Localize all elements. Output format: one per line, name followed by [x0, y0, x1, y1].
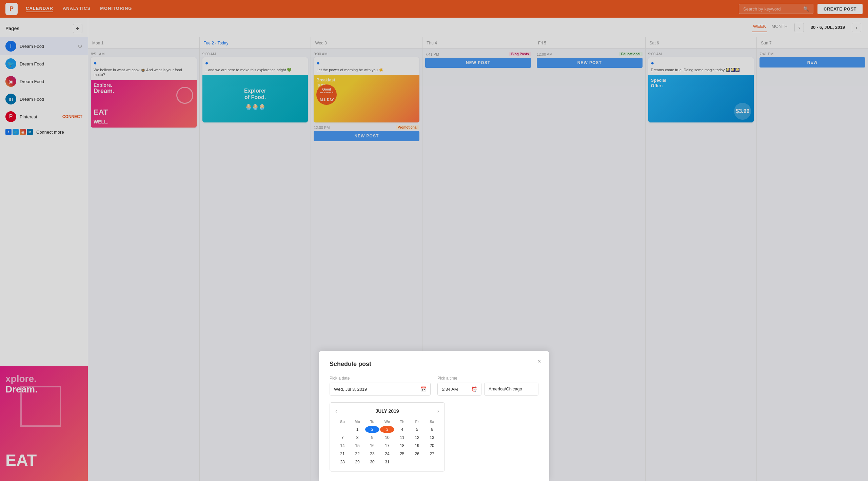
mini-cal-cell[interactable]: 27 [425, 450, 439, 458]
mini-cal-cell[interactable]: 17 [380, 442, 394, 449]
modal-datetime-row: Pick a date Wed, Jul 3, 2019 📅 Pick a ti… [330, 376, 538, 396]
mini-cal-next[interactable]: › [437, 408, 439, 414]
mini-cal-cell[interactable]: 29 [350, 458, 364, 466]
time-input[interactable]: 5:34 AM ⏰ [437, 383, 481, 396]
mini-cal-cell[interactable]: 16 [365, 442, 379, 449]
mini-cal-cell[interactable]: 25 [395, 450, 409, 458]
mini-cal-cell[interactable]: 6 [425, 426, 439, 433]
date-field: Pick a date Wed, Jul 3, 2019 📅 [330, 376, 431, 396]
mini-cal-cell [335, 426, 350, 433]
mini-cal-cell[interactable]: 12 [410, 434, 424, 441]
mini-cal-cell[interactable]: 21 [335, 450, 350, 458]
mini-cal-cell[interactable]: 30 [365, 458, 379, 466]
time-timezone-row: 5:34 AM ⏰ America/Chicago [437, 383, 538, 396]
mini-cal-cell[interactable]: 31 [380, 458, 394, 466]
mini-cal-day-header: Sa [425, 418, 439, 425]
mini-cal-cell[interactable]: 5 [410, 426, 424, 433]
mini-cal-cell [395, 458, 409, 466]
mini-cal-cell[interactable]: 10 [380, 434, 394, 441]
mini-cal-cell[interactable]: 20 [425, 442, 439, 449]
mini-cal-cell[interactable]: 28 [335, 458, 350, 466]
clock-icon: ⏰ [471, 386, 477, 392]
schedule-post-modal: Schedule post × Pick a date Wed, Jul 3, … [319, 351, 549, 481]
mini-cal-prev[interactable]: ‹ [335, 408, 337, 414]
mini-cal-header: ‹ JULY 2019 › [335, 408, 439, 414]
mini-cal-cell[interactable]: 11 [395, 434, 409, 441]
time-value: 5:34 AM [442, 387, 458, 392]
timezone-input[interactable]: America/Chicago [484, 383, 538, 396]
mini-cal-cell [410, 458, 424, 466]
mini-cal-cell[interactable]: 4 [395, 426, 409, 433]
mini-cal-cell[interactable]: 3 [380, 426, 394, 433]
mini-cal-day-header: Th [395, 418, 409, 425]
mini-cal-day-header: Fr [410, 418, 424, 425]
mini-cal-cell[interactable]: 14 [335, 442, 350, 449]
modal-overlay: Schedule post × Pick a date Wed, Jul 3, … [0, 0, 868, 481]
date-label: Pick a date [330, 376, 431, 381]
mini-cal-title: JULY 2019 [375, 408, 399, 414]
time-label: Pick a time [437, 376, 538, 381]
mini-cal-cell[interactable]: 23 [365, 450, 379, 458]
mini-cal-cell[interactable]: 26 [410, 450, 424, 458]
mini-cal-day-header: Mo [350, 418, 364, 425]
modal-close-button[interactable]: × [537, 358, 541, 365]
mini-cal-cell[interactable]: 9 [365, 434, 379, 441]
mini-calendar: ‹ JULY 2019 › SuMoTuWeThFrSa123456789101… [330, 402, 445, 472]
mini-cal-cell [425, 458, 439, 466]
mini-cal-day-header: Tu [365, 418, 379, 425]
mini-cal-cell[interactable]: 7 [335, 434, 350, 441]
mini-cal-day-header: Su [335, 418, 350, 425]
mini-cal-cell[interactable]: 24 [380, 450, 394, 458]
mini-cal-cell[interactable]: 2 [365, 426, 379, 433]
mini-cal-cell[interactable]: 15 [350, 442, 364, 449]
mini-cal-cell[interactable]: 18 [395, 442, 409, 449]
calendar-icon: 📅 [420, 386, 426, 392]
mini-cal-cell[interactable]: 8 [350, 434, 364, 441]
mini-cal-day-header: We [380, 418, 394, 425]
mini-cal-cell[interactable]: 19 [410, 442, 424, 449]
mini-cal-grid: SuMoTuWeThFrSa12345678910111213141516171… [335, 418, 439, 466]
date-input[interactable]: Wed, Jul 3, 2019 📅 [330, 383, 431, 396]
mini-cal-cell[interactable]: 1 [350, 426, 364, 433]
modal-title: Schedule post [330, 361, 538, 368]
mini-cal-cell[interactable]: 22 [350, 450, 364, 458]
date-value: Wed, Jul 3, 2019 [334, 387, 367, 392]
mini-cal-cell[interactable]: 13 [425, 434, 439, 441]
time-field: Pick a time 5:34 AM ⏰ America/Chicago [437, 376, 538, 396]
